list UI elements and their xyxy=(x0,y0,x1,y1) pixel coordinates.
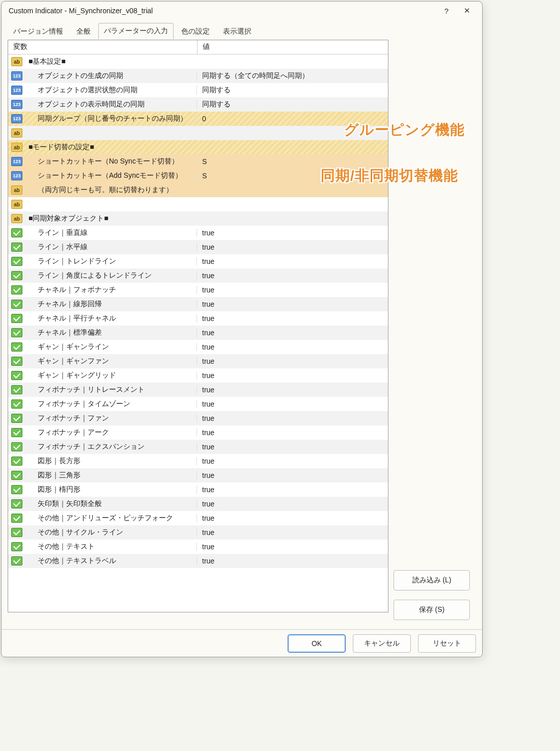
table-row[interactable]: フィボナッチ｜アークtrue xyxy=(8,425,388,440)
param-value[interactable]: true xyxy=(197,371,388,380)
param-value[interactable]: 同期する xyxy=(197,100,388,109)
param-value[interactable]: true xyxy=(197,343,388,351)
dialog-footer: OK キャンセル リセット xyxy=(2,629,482,657)
param-value[interactable]: true xyxy=(197,257,388,265)
bool-type-icon xyxy=(11,271,22,280)
param-value[interactable]: true xyxy=(197,486,388,494)
tab-1[interactable]: 全般 xyxy=(71,23,96,39)
table-row[interactable] xyxy=(8,126,388,140)
table-row[interactable]: オブジェクトの選択状態の同期同期する xyxy=(8,83,388,97)
param-value[interactable]: true xyxy=(197,443,388,451)
table-row[interactable]: 図形｜三角形true xyxy=(8,468,388,482)
param-name: フィボナッチ｜エクスパンション xyxy=(25,442,197,451)
tab-0[interactable]: バージョン情報 xyxy=(8,23,69,39)
table-row[interactable] xyxy=(8,197,388,211)
cancel-button[interactable]: キャンセル xyxy=(353,634,411,653)
number-type-icon xyxy=(11,157,22,166)
param-value[interactable]: true xyxy=(197,400,388,408)
param-value[interactable]: true xyxy=(197,528,388,537)
table-row[interactable]: チャネル｜フォボナッチtrue xyxy=(8,283,388,297)
param-value[interactable]: true xyxy=(197,357,388,365)
load-button[interactable]: 読み込み (L) xyxy=(394,570,470,591)
bool-type-icon xyxy=(11,542,22,551)
param-name: チャネル｜線形回帰 xyxy=(25,300,197,309)
table-row[interactable]: ■同期対象オブジェクト■ xyxy=(8,211,388,226)
param-value[interactable]: true xyxy=(197,457,388,465)
help-button[interactable]: ? xyxy=(436,7,457,15)
ok-button[interactable]: OK xyxy=(288,634,346,653)
table-row[interactable]: ライン｜水平線true xyxy=(8,240,388,254)
bool-type-icon xyxy=(11,528,22,537)
string-type-icon xyxy=(11,185,22,195)
param-value[interactable]: true xyxy=(197,243,388,251)
table-row[interactable]: その他｜アンドリューズ・ピッチフォークtrue xyxy=(8,511,388,525)
param-value[interactable]: true xyxy=(197,329,388,337)
table-row[interactable]: ■基本設定■ xyxy=(8,55,388,69)
param-name: ギャン｜ギャンファン xyxy=(25,357,197,366)
param-value[interactable]: true xyxy=(197,428,388,437)
param-value[interactable]: true xyxy=(197,514,388,522)
table-row[interactable]: ライン｜角度によるトレンドラインtrue xyxy=(8,269,388,283)
bool-type-icon xyxy=(11,514,22,523)
tab-3[interactable]: 色の設定 xyxy=(176,23,215,39)
param-value[interactable]: true xyxy=(197,314,388,323)
param-value[interactable]: true xyxy=(197,557,388,565)
param-value[interactable]: true xyxy=(197,272,388,280)
param-value[interactable]: S xyxy=(197,157,388,166)
param-value[interactable]: true xyxy=(197,229,388,237)
param-name: チャネル｜フォボナッチ xyxy=(25,285,197,294)
table-row[interactable]: フィボナッチ｜ファンtrue xyxy=(8,411,388,425)
param-name: ライン｜トレンドライン xyxy=(25,257,197,266)
tab-4[interactable]: 表示選択 xyxy=(217,23,257,39)
bool-type-icon xyxy=(11,357,22,366)
param-name: フィボナッチ｜アーク xyxy=(25,428,197,437)
string-type-icon xyxy=(11,214,22,223)
column-header-value[interactable]: 値 xyxy=(198,40,388,54)
bool-type-icon xyxy=(11,428,22,437)
param-name: オブジェクトの選択状態の同期 xyxy=(25,86,197,95)
column-header-variable[interactable]: 変数 xyxy=(8,40,198,54)
table-row[interactable]: チャネル｜平行チャネルtrue xyxy=(8,311,388,326)
param-value[interactable]: 同期する（全ての時間足へ同期） xyxy=(197,71,388,81)
table-row[interactable]: その他｜テキストtrue xyxy=(8,540,388,554)
table-row[interactable]: ライン｜垂直線true xyxy=(8,226,388,240)
table-row[interactable]: その他｜サイクル・ラインtrue xyxy=(8,525,388,540)
table-row[interactable]: フィボナッチ｜タイムゾーンtrue xyxy=(8,397,388,411)
save-button[interactable]: 保存 (S) xyxy=(394,600,470,620)
table-row[interactable]: チャネル｜線形回帰true xyxy=(8,297,388,311)
close-button[interactable]: ✕ xyxy=(457,6,477,15)
table-row[interactable]: ギャン｜ギャンラインtrue xyxy=(8,340,388,354)
table-row[interactable]: ライン｜トレンドラインtrue xyxy=(8,254,388,269)
table-row[interactable]: 図形｜楕円形true xyxy=(8,482,388,497)
param-value[interactable]: true xyxy=(197,543,388,551)
param-value[interactable]: true xyxy=(197,471,388,479)
table-row[interactable]: フィボナッチ｜エクスパンションtrue xyxy=(8,440,388,454)
param-value[interactable]: true xyxy=(197,500,388,508)
table-row[interactable]: ギャン｜ギャンファンtrue xyxy=(8,354,388,368)
bool-type-icon xyxy=(11,314,22,323)
table-row[interactable]: ギャン｜ギャングリッドtrue xyxy=(8,368,388,383)
table-row[interactable]: オブジェクトの表示時間足の同期同期する xyxy=(8,97,388,112)
param-name: 図形｜楕円形 xyxy=(25,485,197,494)
annotation-sync-toggle: 同期/非同期切替機能 xyxy=(321,166,458,185)
bool-type-icon xyxy=(11,485,22,494)
tab-2[interactable]: パラメーターの入力 xyxy=(98,23,174,39)
param-value[interactable]: true xyxy=(197,386,388,394)
param-name: オブジェクトの生成の同期 xyxy=(25,71,197,81)
table-header: 変数 値 xyxy=(8,40,388,55)
bool-type-icon xyxy=(11,414,22,423)
table-row[interactable]: ■モード切替の設定■ xyxy=(8,140,388,154)
param-value[interactable]: 同期する xyxy=(197,86,388,95)
param-value[interactable]: true xyxy=(197,300,388,308)
reset-button[interactable]: リセット xyxy=(418,634,476,653)
table-row[interactable]: その他｜テキストラベルtrue xyxy=(8,554,388,568)
param-name: ショートカットキー（No Syncモード切替） xyxy=(25,157,197,166)
param-value[interactable]: true xyxy=(197,286,388,294)
table-row[interactable]: 同期グループ（同じ番号のチャートのみ同期）0 xyxy=(8,112,388,126)
param-value[interactable]: true xyxy=(197,414,388,422)
table-row[interactable]: 矢印類｜矢印類全般true xyxy=(8,497,388,511)
table-row[interactable]: フィボナッチ｜リトレースメントtrue xyxy=(8,383,388,397)
table-row[interactable]: 図形｜長方形true xyxy=(8,454,388,468)
table-row[interactable]: チャネル｜標準偏差true xyxy=(8,326,388,340)
table-row[interactable]: オブジェクトの生成の同期同期する（全ての時間足へ同期） xyxy=(8,69,388,83)
